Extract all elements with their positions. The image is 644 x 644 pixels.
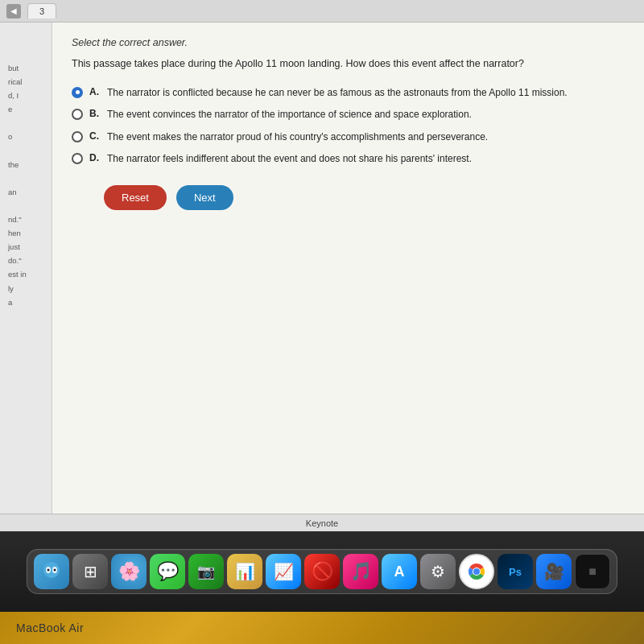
tab-item[interactable]: 3 xyxy=(27,3,56,19)
screen-area: ◀ 3 butricald, Ieotheannd."henjustdo."es… xyxy=(0,0,644,644)
dock-icon-keynote[interactable]: 📊 xyxy=(227,554,262,589)
keynote-bar: Keynote xyxy=(0,514,644,531)
photoshop-icon: Ps xyxy=(509,566,522,578)
radio-b[interactable] xyxy=(72,109,83,120)
appstore-icon: A xyxy=(394,564,405,580)
facetime-icon: 📷 xyxy=(197,563,215,580)
answer-options: A. The narrator is conflicted because he… xyxy=(72,86,625,167)
button-row: Reset Next xyxy=(72,185,625,210)
news-icon: 🚫 xyxy=(312,561,333,582)
dock-icon-chrome[interactable] xyxy=(459,554,494,589)
macbook-bar: MacBook Air xyxy=(0,612,644,644)
keynote-label: Keynote xyxy=(306,518,338,528)
left-sidebar: butricald, Ieotheannd."henjustdo."est in… xyxy=(0,23,52,531)
dock-icon-facetime[interactable]: 📷 xyxy=(188,554,224,589)
radio-c[interactable] xyxy=(72,131,83,142)
back-button[interactable]: ◀ xyxy=(6,4,21,19)
option-a[interactable]: A. The narrator is conflicted because he… xyxy=(72,86,625,100)
option-c-text: The event makes the narrator proud of hi… xyxy=(107,130,488,144)
sidebar-passage-text: butricald, Ieotheannd."henjustdo."est in… xyxy=(5,29,47,312)
photos-icon: 🌸 xyxy=(118,561,140,582)
option-c-label: C. xyxy=(89,130,102,142)
option-d-label: D. xyxy=(89,152,102,163)
zoom-icon: 🎥 xyxy=(544,562,564,581)
dock-container: ⊞ 🌸 💬 📷 📊 📈 🚫 🎵 xyxy=(27,549,617,594)
dock-icon-other[interactable]: ■ xyxy=(575,554,610,589)
launchpad-icon: ⊞ xyxy=(84,562,97,581)
question-text: This passage takes place during the Apol… xyxy=(72,56,625,72)
dock-icon-messages[interactable]: 💬 xyxy=(150,554,185,589)
reset-button[interactable]: Reset xyxy=(104,185,167,210)
dock-icon-zoom[interactable]: 🎥 xyxy=(536,554,572,589)
dock-icon-launchpad[interactable]: ⊞ xyxy=(72,554,108,589)
svg-point-4 xyxy=(54,569,56,572)
other-icon: ■ xyxy=(588,564,597,579)
svg-point-7 xyxy=(473,568,480,575)
option-b-label: B. xyxy=(89,108,102,119)
finder-icon xyxy=(40,560,63,583)
question-container: Select the correct answer. This passage … xyxy=(52,23,644,531)
radio-d[interactable] xyxy=(72,153,83,164)
music-icon: 🎵 xyxy=(350,561,372,582)
option-b[interactable]: B. The event convinces the narrator of t… xyxy=(72,108,625,122)
macbook-label: MacBook Air xyxy=(16,621,84,634)
content-wrapper: butricald, Ieotheannd."henjustdo."est in… xyxy=(0,23,644,531)
settings-icon: ⚙ xyxy=(431,562,445,581)
messages-icon: 💬 xyxy=(157,561,179,582)
dock-icon-appstore[interactable]: A xyxy=(382,554,417,589)
dock-icon-settings[interactable]: ⚙ xyxy=(420,554,456,589)
dock-icon-photoshop[interactable]: Ps xyxy=(497,554,533,589)
instruction-text: Select the correct answer. xyxy=(72,37,625,48)
svg-point-3 xyxy=(47,569,50,572)
keynote-dock-icon: 📊 xyxy=(235,562,255,581)
numbers-icon: 📈 xyxy=(274,562,294,581)
dock-icon-news[interactable]: 🚫 xyxy=(304,554,340,589)
chrome-icon xyxy=(465,560,488,583)
radio-a[interactable] xyxy=(72,87,83,98)
dock-area: ⊞ 🌸 💬 📷 📊 📈 🚫 🎵 xyxy=(0,531,644,612)
tab-bar: ◀ 3 xyxy=(0,0,644,23)
dock-icon-numbers[interactable]: 📈 xyxy=(266,554,301,589)
option-c[interactable]: C. The event makes the narrator proud of… xyxy=(72,130,625,144)
radio-a-inner xyxy=(76,90,80,94)
option-b-text: The event convinces the narrator of the … xyxy=(107,108,472,122)
dock-icon-photos[interactable]: 🌸 xyxy=(111,554,147,589)
option-d[interactable]: D. The narrator feels indifferent about … xyxy=(72,152,625,166)
option-a-label: A. xyxy=(89,86,102,97)
option-a-text: The narrator is conflicted because he ca… xyxy=(107,86,568,100)
next-button[interactable]: Next xyxy=(176,185,233,210)
dock-icon-music[interactable]: 🎵 xyxy=(343,554,378,589)
option-d-text: The narrator feels indifferent about the… xyxy=(107,152,472,166)
dock-icon-finder[interactable] xyxy=(34,554,69,589)
